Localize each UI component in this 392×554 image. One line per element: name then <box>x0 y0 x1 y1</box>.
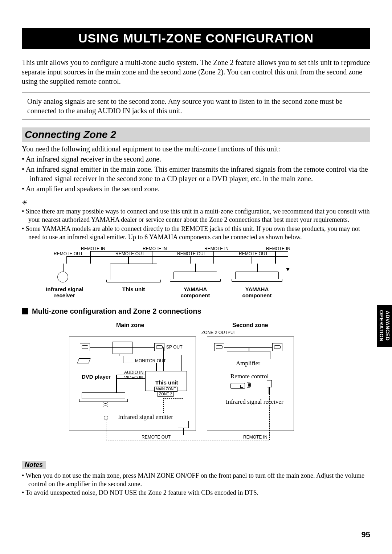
ir-receiver-icon <box>57 272 68 282</box>
list-item: Some YAMAHA models are able to connect d… <box>22 225 370 242</box>
section-heading: Connecting Zone 2 <box>22 127 370 142</box>
sub-heading: Multi-zone configuration and Zone 2 conn… <box>22 307 370 315</box>
note-box: Only analog signals are sent to the seco… <box>22 93 370 119</box>
equipment-list: An infrared signal receiver in the secon… <box>22 154 370 194</box>
label-main-zone: Main zone <box>116 322 144 329</box>
ir-wave-icon: ))) <box>247 381 250 388</box>
speaker-icon <box>80 343 90 351</box>
notes-heading: Notes <box>22 461 49 469</box>
label-audio-in: AUDIO IN <box>124 370 143 375</box>
speaker-icon <box>214 343 224 351</box>
page-number: 95 <box>362 530 370 539</box>
label-remote-in: REMOTE IN <box>143 246 167 251</box>
dvd-player-box <box>82 392 125 399</box>
device-yamaha-component <box>235 272 279 280</box>
label-remote-in: REMOTE IN <box>243 435 268 440</box>
diagram-remote-chain: REMOTE IN REMOTE OUT REMOTE IN REMOTE OU… <box>43 246 319 304</box>
list-item: An amplifier and speakers in the second … <box>22 184 370 194</box>
amplifier-box <box>227 351 270 359</box>
diagram-zone-connections: Main zone Second zone This unit MAIN ZON… <box>69 322 323 453</box>
label-second-zone: Second zone <box>232 322 268 329</box>
remote-jack-icon <box>178 421 189 428</box>
label-remote-out: REMOTE OUT <box>142 435 171 440</box>
list-item: An infrared signal receiver in the secon… <box>22 154 370 164</box>
list-item: When you do not use the main zone, press… <box>22 472 370 489</box>
list-item: To avoid unexpected noise, DO NOT USE th… <box>22 489 370 497</box>
list-item: An infrared signal emitter in the main z… <box>22 164 370 183</box>
device-this-unit <box>110 264 157 281</box>
device-yamaha-component <box>173 272 217 280</box>
ir-receiver-icon <box>267 380 272 394</box>
caption-yamaha-component: YAMAHAcomponent <box>239 286 275 299</box>
label-remote-out: REMOTE OUT <box>239 251 268 256</box>
label-zone2-jack: ZONE 2 <box>158 392 173 397</box>
label-remote-in: REMOTE IN <box>266 246 290 251</box>
label-dvd-player: DVD player <box>82 374 111 380</box>
notes-list: When you do not use the main zone, press… <box>22 472 370 497</box>
equipment-intro: You need the following additional equipm… <box>22 144 370 154</box>
label-amplifier: Amplifier <box>236 360 260 367</box>
label-main-zone-jack: MAIN ZONE <box>154 387 177 392</box>
tip-list: Since there are many possible ways to co… <box>22 207 370 242</box>
label-zone2-output: ZONE 2 OUTPUT <box>201 330 236 335</box>
label-remote-out: REMOTE OUT <box>115 251 144 256</box>
label-ir-receiver: Infrared signal receiver <box>226 398 283 406</box>
caption-this-unit: This unit <box>115 286 152 292</box>
ir-emitter-icon <box>104 416 108 420</box>
label-remote-out: REMOTE OUT <box>177 251 206 256</box>
intro-paragraph: This unit allows you to configure a mult… <box>22 58 370 86</box>
speaker-icon <box>154 343 164 351</box>
remote-icon <box>77 358 90 363</box>
label-sp-out: SP OUT <box>166 345 182 350</box>
caption-yamaha-component: YAMAHAcomponent <box>177 286 213 299</box>
label-this-unit: This unit <box>155 379 178 386</box>
list-item: Since there are many possible ways to co… <box>22 207 370 224</box>
side-tab: ADVANCEDOPERATION <box>377 305 392 347</box>
label-ir-emitter: Infrared signal emitter <box>118 414 173 421</box>
label-video-in: VIDEO IN <box>124 375 143 380</box>
speaker-icon <box>272 343 282 351</box>
remote-control-icon <box>230 383 245 389</box>
page-title: USING MULTI-ZONE CONFIGURATION <box>22 28 370 49</box>
label-remote-out: REMOTE OUT <box>54 251 83 256</box>
label-remote-in: REMOTE IN <box>81 246 105 251</box>
label-monitor-out: MONITOR OUT <box>135 358 166 363</box>
caption-ir-receiver: Infrared signalreceiver <box>43 286 86 299</box>
tip-icon: ☀ <box>22 199 370 207</box>
ir-wave-icon: ⁀⁀⁀ <box>103 404 107 410</box>
label-remote-in: REMOTE IN <box>204 246 229 251</box>
label-remote-control: Remote control <box>230 373 269 380</box>
